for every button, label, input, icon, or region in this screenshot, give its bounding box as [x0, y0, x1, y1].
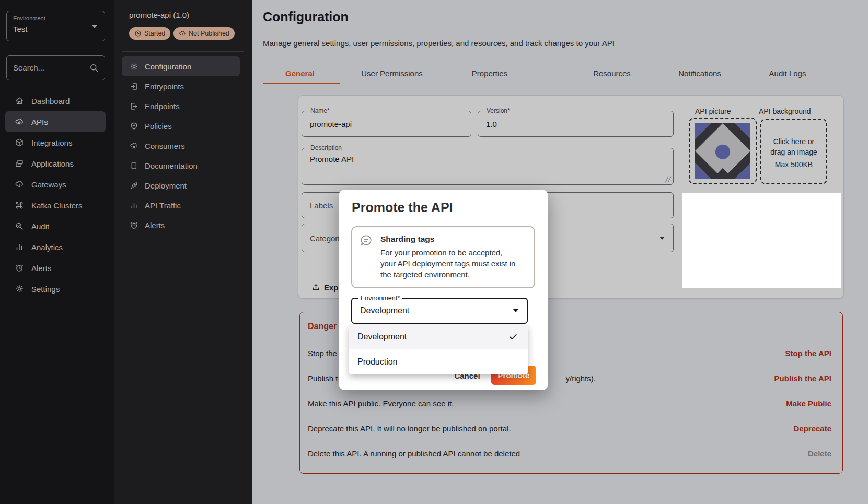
check-icon: [508, 332, 518, 342]
environment-options-panel: Development Production: [349, 325, 528, 374]
speech-bubble-icon: [360, 233, 373, 249]
option-label: Production: [357, 357, 398, 367]
option-production[interactable]: Production: [349, 349, 528, 374]
option-label: Development: [357, 332, 407, 342]
dialog-title: Promote the API: [352, 200, 453, 215]
environment-select-label: Environment*: [358, 295, 402, 302]
api-background-preview: [682, 193, 841, 288]
option-development[interactable]: Development: [349, 325, 528, 349]
sharding-tags-info-box: Sharding tags For your promotion to be a…: [351, 226, 535, 288]
environment-select[interactable]: Environment* Development: [351, 298, 528, 324]
info-title: Sharding tags: [380, 235, 434, 244]
chevron-down-icon: [513, 309, 518, 312]
environment-select-value: Development: [360, 306, 409, 315]
info-body: For your promotion to be accepted, your …: [380, 247, 515, 280]
